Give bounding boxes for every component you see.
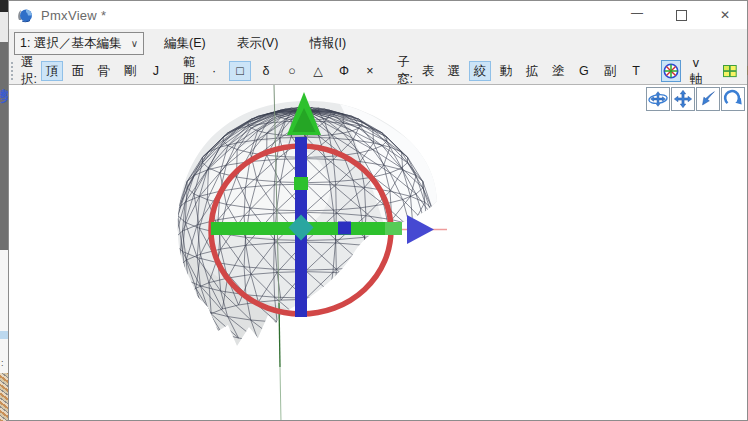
y-axis-handle-square[interactable] [294, 177, 308, 190]
app-icon [16, 7, 33, 24]
toolbar-button-filter[interactable]: 絞 [469, 61, 491, 81]
background-blue-strip [0, 331, 8, 339]
background-dark-band [0, 0, 8, 12]
toolbar-button-rigid[interactable]: 剛 [119, 61, 141, 81]
pan-view-button[interactable] [671, 87, 695, 111]
range-group-label: 範囲: [183, 54, 199, 88]
toolbar-button-rect[interactable]: □ [229, 61, 251, 81]
toolbar-button-selection[interactable]: 選 [443, 61, 465, 81]
rotate-view-button[interactable] [721, 87, 745, 111]
toolbar-button-t[interactable]: T [625, 61, 647, 81]
axis-gizmo-icon [662, 62, 680, 80]
toolbar-button-g[interactable]: G [573, 61, 595, 81]
toolbar-button-joint[interactable]: J [145, 61, 167, 81]
axis-gizmo-toggle-button[interactable] [661, 60, 681, 82]
menu-info[interactable]: 情報(I) [298, 32, 357, 55]
subwindow-group-label: 子窓: [397, 54, 413, 88]
toolbar-button-circle[interactable]: ○ [281, 61, 303, 81]
toolbar-button-expand[interactable]: 拡 [521, 61, 543, 81]
toolbar-button-motion[interactable]: 動 [495, 61, 517, 81]
maximize-icon [676, 10, 687, 21]
background-text-fragment: 勢 [0, 88, 8, 106]
toolbar-button-triangle[interactable]: △ [307, 61, 329, 81]
menu-bar: 1: 選択／基本編集 ∨ 編集(E) 表示(V) 情報(I) [9, 29, 747, 58]
toolbar-button-display[interactable]: 表 [417, 61, 439, 81]
maximize-button[interactable] [659, 1, 703, 29]
viewport[interactable] [9, 85, 747, 420]
viewport-3d-canvas[interactable] [9, 85, 747, 420]
zoom-arrow-icon [697, 88, 719, 110]
v-axis-button[interactable]: v軸 [685, 53, 707, 89]
edit-mode-value: 1: 選択／基本編集 [20, 35, 121, 52]
pan-icon [672, 88, 694, 110]
select-group-label: 選択: [21, 54, 37, 88]
background-window-sliver: 勢 : [0, 0, 8, 421]
background-gray-panel: 勢 [0, 42, 8, 250]
minimize-icon: — [631, 6, 643, 20]
grid-view-button[interactable] [721, 60, 739, 82]
close-button[interactable]: ✕ [703, 1, 747, 29]
toolbar-button-cross[interactable]: × [359, 61, 381, 81]
pmxview-window: PmxView * — ✕ 1: 選択／基本編集 ∨ 編集(E) 表示(V) [8, 0, 748, 421]
background-label-fragment: : [1, 358, 4, 368]
toolbar-button-paint[interactable]: 塗 [547, 61, 569, 81]
screen: 勢 : PmxView * — [0, 0, 748, 421]
rotate-view-icon [722, 88, 744, 110]
orbit-icon [647, 88, 669, 110]
background-label-panel: : [0, 339, 8, 373]
menu-view[interactable]: 表示(V) [226, 32, 290, 55]
minimize-button[interactable]: — [615, 1, 659, 29]
menu-edit[interactable]: 編集(E) [153, 32, 217, 55]
toolbar-button-point[interactable]: · [203, 61, 225, 81]
zoom-view-button[interactable] [696, 87, 720, 111]
toolbar-button-phi[interactable]: Φ [333, 61, 355, 81]
edit-mode-dropdown[interactable]: 1: 選択／基本編集 ∨ [14, 32, 144, 55]
grid-icon [722, 63, 738, 79]
background-light-band [0, 12, 8, 42]
background-white-panel [0, 250, 8, 331]
background-texture-fragment [0, 373, 8, 421]
toolbar-button-vertex[interactable]: 頂 [41, 61, 63, 81]
chevron-down-icon: ∨ [131, 38, 138, 49]
fx-button[interactable]: Fx [743, 61, 748, 81]
orbit-view-button[interactable] [646, 87, 670, 111]
toolbar-grip[interactable] [11, 62, 13, 80]
title-bar[interactable]: PmxView * — ✕ [9, 1, 747, 30]
toolbar-button-sub[interactable]: 副 [599, 61, 621, 81]
x-axis-gizmo-bar-tip [385, 222, 402, 235]
toolbar-button-face[interactable]: 面 [67, 61, 89, 81]
x-axis-handle-square[interactable] [338, 222, 351, 235]
close-icon: ✕ [720, 8, 730, 22]
window-title: PmxView * [41, 8, 106, 23]
toolbar-button-delta[interactable]: δ [255, 61, 277, 81]
x-axis-arrow[interactable] [407, 215, 434, 244]
toolbar-button-bone[interactable]: 骨 [93, 61, 115, 81]
view-nav-toolbar [645, 87, 745, 111]
toolbar: 選択: 頂 面 骨 剛 J 範囲: · □ δ ○ △ Φ × 子窓: 表 選 … [9, 58, 747, 85]
